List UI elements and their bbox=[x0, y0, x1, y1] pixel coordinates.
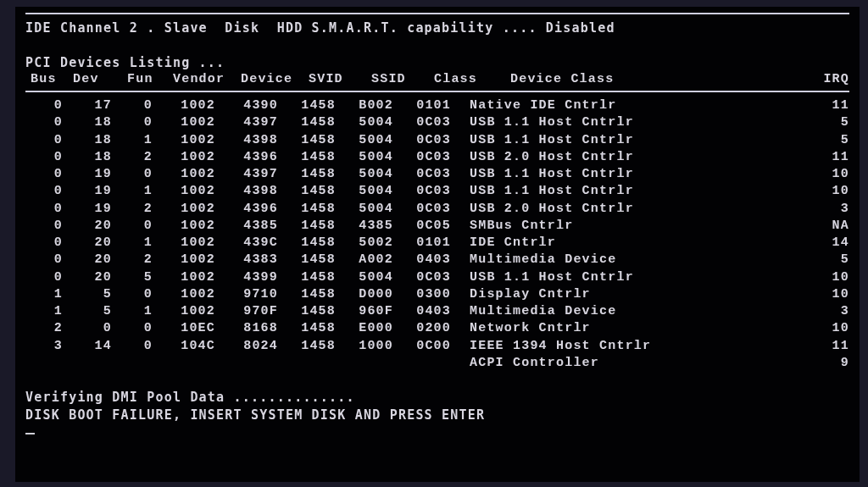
acpi-name: ACPI Controller bbox=[451, 355, 800, 372]
cell-bus: 0 bbox=[25, 97, 63, 114]
cell-vendor: 1002 bbox=[153, 114, 215, 131]
cell-vendor: 1002 bbox=[153, 149, 215, 166]
cell-class: 0C05 bbox=[393, 218, 451, 235]
cell-fun: 5 bbox=[112, 269, 153, 286]
cell-device: 4397 bbox=[215, 114, 278, 131]
boot-failure-line: DISK BOOT FAILURE, INSERT SYSTEM DISK AN… bbox=[25, 407, 849, 423]
cell-ssid: 1000 bbox=[336, 338, 393, 355]
cell-name: Network Cntrlr bbox=[451, 320, 800, 337]
cell-dev: 20 bbox=[63, 269, 112, 286]
cell-irq: 11 bbox=[800, 149, 849, 166]
table-row: 020010024385145843850C05SMBus CntrlrNA bbox=[25, 218, 849, 235]
cell-name: Display Cntrlr bbox=[451, 286, 800, 303]
cell-svid: 1458 bbox=[278, 149, 336, 166]
cell-vendor: 1002 bbox=[153, 235, 215, 252]
cell-svid: 1458 bbox=[278, 320, 336, 337]
cell-svid: 1458 bbox=[278, 235, 336, 252]
table-row: 019210024396145850040C03USB 2.0 Host Cnt… bbox=[25, 201, 849, 218]
cell-irq: 10 bbox=[800, 183, 849, 200]
smart-status-line: IDE Channel 2 . Slave Disk HDD S.M.A.R.T… bbox=[25, 19, 849, 36]
cell-fun: 1 bbox=[112, 303, 153, 320]
table-row: 018210024396145850040C03USB 2.0 Host Cnt… bbox=[25, 149, 849, 166]
bios-post-screen: IDE Channel 2 . Slave Disk HDD S.M.A.R.T… bbox=[15, 7, 860, 482]
cell-irq: 5 bbox=[800, 252, 849, 268]
table-row: 0170100243901458B0020101Native IDE Cntrl… bbox=[25, 97, 849, 114]
cell-device: 4397 bbox=[215, 166, 278, 183]
cell-device: 8168 bbox=[215, 320, 278, 337]
cell-vendor: 1002 bbox=[153, 269, 215, 286]
cell-irq: 10 bbox=[800, 166, 849, 183]
cell-dev: 14 bbox=[63, 338, 112, 355]
cell-device: 4396 bbox=[215, 201, 278, 218]
hdr-class: Class bbox=[429, 71, 492, 88]
cell-vendor: 1002 bbox=[153, 201, 215, 218]
cell-vendor: 1002 bbox=[153, 303, 215, 320]
cell-bus: 1 bbox=[25, 286, 63, 303]
cell-dev: 5 bbox=[63, 286, 112, 303]
divider bbox=[25, 13, 849, 14]
cell-bus: 0 bbox=[25, 235, 63, 252]
cell-fun: 1 bbox=[112, 132, 153, 149]
cell-svid: 1458 bbox=[278, 218, 336, 235]
table-row: 1511002970F1458960F0403Multimedia Device… bbox=[25, 303, 849, 320]
cell-bus: 0 bbox=[25, 114, 63, 131]
cell-name: USB 1.1 Host Cntrlr bbox=[451, 269, 800, 286]
cell-fun: 0 bbox=[112, 97, 153, 114]
cell-bus: 3 bbox=[25, 338, 63, 355]
cell-ssid: D000 bbox=[336, 286, 393, 303]
cell-bus: 0 bbox=[25, 269, 63, 286]
cell-svid: 1458 bbox=[278, 338, 336, 355]
cell-class: 0C03 bbox=[393, 183, 451, 200]
table-row: 02011002439C145850020101IDE Cntrlr14 bbox=[25, 235, 849, 252]
cell-irq: 11 bbox=[800, 338, 849, 355]
cell-irq: 10 bbox=[800, 286, 849, 303]
cell-bus: 0 bbox=[25, 218, 63, 235]
cell-vendor: 1002 bbox=[153, 97, 215, 114]
cell-svid: 1458 bbox=[278, 286, 336, 303]
cell-class: 0C03 bbox=[393, 149, 451, 166]
table-row: 019010024397145850040C03USB 1.1 Host Cnt… bbox=[25, 166, 849, 183]
cell-vendor: 1002 bbox=[153, 183, 215, 200]
cell-ssid: 5004 bbox=[336, 132, 393, 149]
cell-vendor: 1002 bbox=[153, 218, 215, 235]
hdr-irq: IRQ bbox=[800, 71, 849, 88]
cell-name: USB 2.0 Host Cntrlr bbox=[451, 149, 800, 166]
pci-table-body: 0170100243901458B0020101Native IDE Cntrl… bbox=[25, 97, 849, 355]
cell-svid: 1458 bbox=[278, 269, 336, 286]
cell-irq: 10 bbox=[800, 269, 849, 286]
table-header: Bus Dev Fun Vendor Device SVID SSID Clas… bbox=[25, 71, 849, 88]
dmi-verify-line: Verifying DMI Pool Data .............. bbox=[25, 389, 849, 406]
cell-svid: 1458 bbox=[278, 97, 336, 114]
cell-device: 4398 bbox=[215, 183, 278, 200]
cell-device: 4398 bbox=[215, 132, 278, 149]
hdr-device-class: Device Class bbox=[492, 71, 800, 88]
cell-name: USB 1.1 Host Cntrlr bbox=[451, 183, 800, 200]
cell-dev: 5 bbox=[63, 303, 112, 320]
cell-svid: 1458 bbox=[278, 183, 336, 200]
hdr-fun: Fun bbox=[122, 71, 168, 88]
cell-fun: 0 bbox=[112, 338, 153, 355]
cell-irq: 5 bbox=[800, 132, 849, 149]
hdr-svid: SVID bbox=[303, 71, 366, 88]
cell-dev: 20 bbox=[63, 252, 112, 268]
cell-class: 0403 bbox=[393, 303, 451, 320]
table-row: 20010EC81681458E0000200Network Cntrlr10 bbox=[25, 320, 849, 337]
cell-class: 0C03 bbox=[393, 132, 451, 149]
cell-ssid: 5004 bbox=[336, 269, 393, 286]
cell-ssid: 5004 bbox=[336, 183, 393, 200]
table-row: 020510024399145850040C03USB 1.1 Host Cnt… bbox=[25, 269, 849, 286]
hdr-device: Device bbox=[236, 71, 303, 88]
table-row: 018110024398145850040C03USB 1.1 Host Cnt… bbox=[25, 132, 849, 149]
cell-ssid: 5004 bbox=[336, 149, 393, 166]
cell-irq: 3 bbox=[800, 303, 849, 320]
cell-vendor: 1002 bbox=[153, 166, 215, 183]
cell-vendor: 1002 bbox=[153, 252, 215, 268]
cell-class: 0C03 bbox=[393, 201, 451, 218]
cell-bus: 1 bbox=[25, 303, 63, 320]
cell-name: Native IDE Cntrlr bbox=[451, 97, 800, 114]
hdr-bus: Bus bbox=[25, 71, 68, 88]
cell-svid: 1458 bbox=[278, 114, 336, 131]
cell-name: Multimedia Device bbox=[451, 303, 800, 320]
cell-name: USB 2.0 Host Cntrlr bbox=[451, 201, 800, 218]
cell-irq: 5 bbox=[800, 114, 849, 131]
